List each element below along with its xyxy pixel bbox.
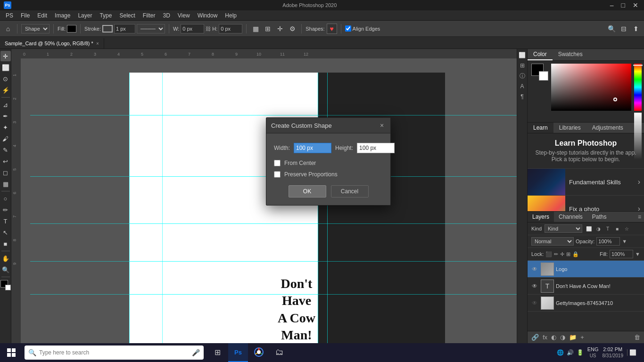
layer-visibility-getty[interactable]: 👁: [530, 300, 539, 306]
lock-position-icon[interactable]: ✛: [560, 251, 564, 257]
dialog-width-input[interactable]: [294, 143, 331, 153]
filter-pixel-icon[interactable]: ⬜: [585, 225, 593, 232]
dialog-height-input[interactable]: [357, 143, 395, 153]
kind-filter-select[interactable]: Kind: [545, 224, 582, 233]
voice-search-icon[interactable]: 🎤: [192, 349, 200, 356]
from-center-checkbox[interactable]: [274, 160, 281, 166]
learn-item-fix-photo[interactable]: Fix a photo ›: [528, 195, 644, 211]
canvas-area[interactable]: 0 1 2 3 4 5 6 7 8 9 10 11 12 1 2 3 4: [11, 49, 517, 343]
layer-fx-button[interactable]: fx: [543, 334, 547, 341]
lock-all-icon[interactable]: 🔒: [572, 251, 579, 257]
taskbar-app-chrome[interactable]: [249, 343, 269, 362]
tool-brush[interactable]: 🖌: [0, 133, 11, 144]
color-gradient-picker[interactable]: [551, 64, 631, 111]
dialog-close-button[interactable]: ×: [378, 122, 386, 129]
show-desktop-button[interactable]: ⬜: [627, 349, 638, 356]
active-tab[interactable]: Sample_Card @ 50% (Logo, RGB/8) * ×: [0, 38, 104, 49]
tool-select-rect[interactable]: ⬜: [0, 62, 11, 73]
taskbar-app-ps[interactable]: Ps: [228, 343, 248, 362]
layer-visibility-text[interactable]: 👁: [530, 283, 539, 289]
start-button[interactable]: [0, 343, 23, 362]
share-button[interactable]: ⬆: [631, 24, 641, 34]
volume-icon[interactable]: 🔊: [567, 349, 574, 356]
tool-zoom[interactable]: 🔍: [0, 264, 11, 275]
shape-picker-button[interactable]: ♥: [327, 24, 337, 34]
menu-select[interactable]: Select: [116, 11, 139, 20]
shape-type-select[interactable]: Shape Path Pixels: [21, 24, 50, 33]
menu-window[interactable]: Window: [194, 11, 222, 20]
menu-image[interactable]: Image: [51, 11, 74, 20]
dialog-title-bar[interactable]: Create Custom Shape ×: [266, 118, 390, 133]
learn-item-fundamental[interactable]: Fundamental Skills ›: [528, 168, 644, 195]
layer-adjustment-button[interactable]: ◑: [560, 334, 565, 341]
transform-button[interactable]: ✛: [275, 24, 285, 34]
filter-adjust-icon[interactable]: ◑: [594, 225, 602, 232]
tool-eraser[interactable]: ◻: [0, 167, 11, 178]
layer-new-button[interactable]: +: [580, 334, 584, 341]
opacity-input[interactable]: [596, 237, 620, 246]
search-input[interactable]: [39, 349, 189, 356]
tool-shape[interactable]: ■: [0, 239, 11, 249]
network-icon[interactable]: 🌐: [557, 349, 564, 356]
align-edges-checkbox[interactable]: [345, 25, 351, 32]
stroke-swatch[interactable]: [102, 25, 113, 33]
maximize-button[interactable]: □: [619, 1, 627, 9]
lock-artboard-icon[interactable]: ⊞: [566, 251, 570, 257]
fill-chevron[interactable]: ▼: [635, 251, 640, 257]
tool-gradient[interactable]: ▦: [0, 179, 11, 189]
hue-slider[interactable]: [634, 64, 642, 111]
width-input[interactable]: [181, 24, 204, 33]
tab-close-button[interactable]: ×: [96, 41, 99, 46]
tab-swatches[interactable]: Swatches: [553, 49, 588, 60]
tool-type[interactable]: T: [0, 216, 11, 226]
tab-color[interactable]: Color: [528, 49, 553, 60]
tool-hand[interactable]: ✋: [0, 253, 11, 263]
layer-visibility-logo[interactable]: 👁: [530, 266, 539, 272]
type-tool-icon[interactable]: A: [518, 82, 527, 90]
link-icon[interactable]: ⛓: [206, 26, 211, 32]
tool-pen[interactable]: ✏: [0, 205, 11, 215]
filter-smart-icon[interactable]: ☆: [623, 225, 630, 232]
text-wrap-icon[interactable]: ¶: [518, 92, 527, 101]
layer-row-text[interactable]: 👁 T Don't Have A Cow Man!: [528, 278, 644, 295]
height-input[interactable]: [219, 24, 242, 33]
properties-icon[interactable]: ⓘ: [518, 72, 527, 80]
tool-eyedropper[interactable]: ✒: [0, 111, 11, 121]
background-swatch[interactable]: [539, 71, 548, 81]
workspace-button[interactable]: ⊟: [619, 24, 629, 34]
tab-channels[interactable]: Channels: [554, 212, 587, 222]
tool-home-button[interactable]: ⌂: [3, 24, 13, 34]
layer-folder-button[interactable]: 📁: [569, 334, 577, 341]
menu-3d[interactable]: 3D: [159, 11, 173, 20]
tool-clone-stamp[interactable]: ✎: [0, 145, 11, 155]
settings-button[interactable]: ⚙: [287, 24, 297, 34]
tool-magic-wand[interactable]: ⚡: [0, 85, 11, 95]
tool-spot-heal[interactable]: ✦: [0, 122, 11, 132]
dialog-cancel-button[interactable]: Cancel: [331, 185, 369, 197]
layers-menu-button[interactable]: ≡: [635, 214, 644, 220]
stroke-style-select[interactable]: ─────: [137, 24, 165, 33]
layer-delete-button[interactable]: 🗑: [634, 334, 640, 341]
taskbar-app-files[interactable]: 🗂: [270, 343, 289, 362]
menu-edit[interactable]: Edit: [33, 11, 51, 20]
tool-history-brush[interactable]: ↩: [0, 156, 11, 166]
taskview-button[interactable]: ⊞: [207, 343, 227, 362]
fill-swatch[interactable]: [67, 25, 76, 33]
tool-lasso[interactable]: ⊙: [0, 74, 11, 84]
dialog-ok-button[interactable]: OK: [289, 185, 326, 197]
menu-file[interactable]: File: [17, 11, 33, 20]
filter-shape-icon[interactable]: ■: [613, 225, 621, 232]
tool-path-select[interactable]: ↖: [0, 227, 11, 238]
minimize-button[interactable]: –: [608, 1, 616, 9]
fill-input[interactable]: [610, 250, 633, 258]
menu-view[interactable]: View: [174, 11, 194, 20]
lock-transparent-icon[interactable]: ⬛: [545, 251, 552, 257]
filter-type-icon[interactable]: T: [604, 225, 611, 232]
battery-icon[interactable]: 🔋: [577, 349, 584, 356]
tab-paths[interactable]: Paths: [587, 212, 611, 222]
tool-move[interactable]: ✛: [0, 51, 11, 61]
fg-bg-swatch-large[interactable]: [531, 64, 548, 81]
layer-row-getty[interactable]: 👁 GettyImages-874534710: [528, 295, 644, 312]
tool-crop[interactable]: ⊿: [0, 99, 11, 110]
arrange-icon[interactable]: ⊞: [518, 61, 527, 70]
